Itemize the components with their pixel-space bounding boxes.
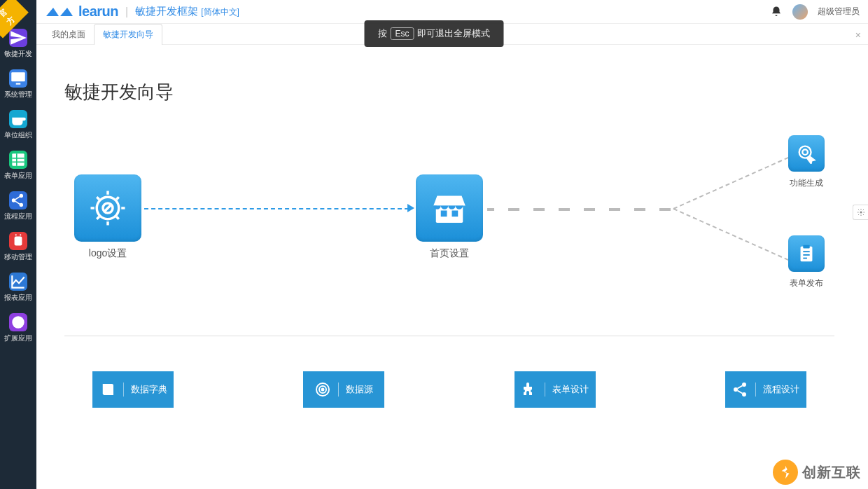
svg-rect-18 — [452, 211, 458, 217]
storefront-icon — [416, 174, 483, 242]
brand-watermark: 创新互联 — [773, 460, 861, 485]
svg-rect-2 — [12, 153, 24, 165]
sidebar-item-label: 报表应用 — [4, 293, 32, 303]
logo[interactable]: learun — [45, 4, 118, 20]
svg-rect-0 — [11, 72, 25, 81]
grid-icon — [9, 151, 27, 169]
card-label: 数据字典 — [131, 383, 167, 396]
lang-bracket: ] — [237, 7, 239, 17]
wizard-node-formpub[interactable]: 表单发布 — [788, 235, 825, 289]
card-label: 数据源 — [346, 383, 373, 396]
book-icon — [99, 381, 116, 398]
dash-seg — [609, 208, 620, 211]
sidebar-item-label: 表单应用 — [4, 171, 32, 181]
sidebar-item-label: 敏捷开发 — [4, 49, 32, 59]
sidebar-item-mobile-manage[interactable]: 移动管理 — [0, 226, 36, 266]
app-title: 敏捷开发框架 — [135, 5, 198, 18]
fullscreen-hint-pre: 按 — [378, 27, 387, 40]
card-data-dict[interactable]: 数据字典 — [92, 371, 174, 408]
card-flow-design[interactable]: 流程设计 — [725, 371, 806, 408]
arrow-icon — [407, 204, 414, 212]
svg-rect-1 — [16, 83, 21, 85]
sidebar-item-extend-app[interactable]: 扩展应用 — [0, 307, 36, 347]
svg-point-7 — [20, 194, 23, 198]
card-data-source[interactable]: 数据源 — [303, 371, 384, 408]
wizard-label: logo设置 — [89, 247, 127, 260]
sidebar-item-label: 单位组织 — [4, 130, 32, 140]
share2-icon — [732, 381, 748, 398]
wizard-node-logo[interactable]: logo设置 — [74, 174, 141, 260]
target-icon — [314, 381, 331, 398]
sidebar-item-org-unit[interactable]: 单位组织 — [0, 104, 36, 144]
dash-seg — [584, 208, 595, 211]
sidebar-item-label: 扩展应用 — [4, 333, 32, 343]
watermark-text: 创新互联 — [802, 463, 861, 482]
esc-key: Esc — [390, 27, 414, 40]
tab-agile-wizard[interactable]: 敏捷开发向导 — [94, 24, 162, 46]
close-icon[interactable]: × — [855, 29, 861, 41]
card-divider — [755, 383, 756, 397]
monitor-icon — [9, 69, 27, 88]
globe-icon — [9, 313, 27, 331]
sidebar-item-form-app[interactable]: 表单应用 — [0, 144, 36, 185]
avatar[interactable] — [792, 4, 808, 20]
card-form-design[interactable]: 表单设计 — [514, 371, 596, 408]
svg-rect-21 — [801, 247, 813, 262]
dash-seg — [508, 208, 519, 211]
wizard-label: 首页设置 — [430, 247, 469, 260]
dash-line-blue — [144, 208, 409, 209]
separator — [64, 336, 834, 336]
card-divider — [338, 383, 339, 397]
svg-rect-22 — [803, 245, 809, 249]
wizard-label: 表单发布 — [790, 277, 823, 289]
fullscreen-hint: 按 Esc 即可退出全屏模式 — [364, 20, 503, 47]
lang-switch[interactable]: 简体中文 — [204, 7, 237, 17]
sidebar-item-system-manage[interactable]: 系统管理 — [0, 63, 36, 104]
svg-point-29 — [734, 387, 738, 392]
svg-point-6 — [12, 198, 15, 202]
wizard-node-funcgen[interactable]: 功能生成 — [788, 135, 825, 189]
username[interactable]: 超级管理员 — [818, 6, 860, 18]
svg-point-31 — [742, 392, 746, 397]
paper-plane-icon — [9, 29, 27, 47]
share-icon — [9, 191, 27, 209]
gear-icon — [857, 208, 865, 216]
sidebar-item-label: 移动管理 — [4, 252, 32, 262]
header-divider: | — [125, 6, 128, 18]
dash-seg — [634, 208, 645, 211]
svg-point-13 — [860, 212, 862, 214]
svg-point-28 — [322, 389, 324, 391]
svg-point-10 — [15, 234, 17, 235]
sidebar: 官方 敏捷开发 系统管理 单位组织 表单应用 流程应用 移动管理 — [0, 0, 36, 489]
coffee-icon — [9, 110, 27, 128]
dash-diverge-up — [673, 154, 795, 209]
logo-text: learun — [78, 4, 118, 20]
card-divider — [545, 383, 545, 397]
bell-icon[interactable] — [770, 6, 783, 18]
tab-my-desktop[interactable]: 我的桌面 — [43, 24, 94, 45]
wizard-node-home[interactable]: 首页设置 — [416, 174, 483, 260]
sidebar-item-report-app[interactable]: 报表应用 — [0, 266, 36, 307]
gear-wrench-icon — [74, 174, 141, 242]
settings-side-tab[interactable] — [853, 205, 868, 220]
card-label: 表单设计 — [552, 383, 589, 396]
svg-point-30 — [742, 383, 746, 387]
logo-mark-icon — [45, 6, 74, 18]
android-icon — [9, 232, 27, 250]
target-click-icon — [788, 135, 825, 172]
svg-point-20 — [802, 149, 808, 155]
svg-rect-9 — [15, 237, 22, 246]
fullscreen-hint-post: 即可退出全屏模式 — [417, 27, 490, 40]
svg-rect-17 — [441, 211, 447, 217]
sidebar-item-flow-app[interactable]: 流程应用 — [0, 185, 36, 226]
clipboard-icon — [788, 235, 825, 272]
sidebar-item-label: 流程应用 — [4, 212, 32, 221]
dash-seg — [487, 208, 494, 211]
chart-icon — [9, 273, 27, 291]
dash-seg — [533, 208, 545, 211]
sidebar-item-label: 系统管理 — [4, 90, 32, 99]
svg-point-12 — [12, 316, 24, 328]
dash-seg — [659, 208, 671, 211]
dash-diverge-down — [673, 208, 795, 263]
svg-point-8 — [20, 203, 23, 207]
